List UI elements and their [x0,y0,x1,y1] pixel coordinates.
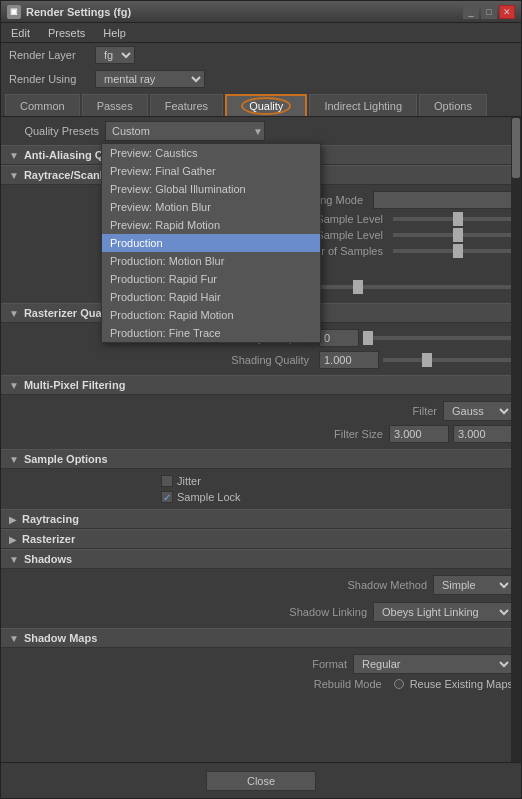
tab-options[interactable]: Options [419,94,487,116]
shading-slider[interactable] [383,358,513,362]
dropdown-item-3[interactable]: Preview: Motion Blur [102,198,320,216]
title-bar: ▣ Render Settings (fg) _ □ ✕ [1,1,521,23]
dropdown-item-0[interactable]: Preview: Caustics [102,144,320,162]
shadow-method-label: Shadow Method [17,579,433,591]
sample-lock-label: Sample Lock [177,491,241,503]
filter-row: Filter Gauss [1,399,521,423]
rebuild-radio[interactable] [394,679,404,689]
menu-help[interactable]: Help [99,26,130,40]
preset-dropdown-overlay: Preview: Caustics Preview: Final Gather … [101,143,321,343]
contrast-slider[interactable] [313,285,513,289]
rasterizer-quality-arrow: ▼ [9,308,19,319]
filter-size-y[interactable] [453,425,513,443]
shadow-linking-label: Shadow Linking [17,606,373,618]
dropdown-item-9[interactable]: Production: Rapid Motion [102,306,320,324]
sample-options-content: Jitter ✓ Sample Lock [1,469,521,509]
render-using-select[interactable]: mental ray [95,70,205,88]
tab-quality[interactable]: Quality [225,94,307,116]
render-layer-label: Render Layer [9,49,89,61]
window-title: Render Settings (fg) [26,6,131,18]
scrollbar-thumb[interactable] [512,118,520,178]
bottom-bar: Close [1,762,521,798]
num-samples-slider[interactable] [393,249,513,253]
shadow-method-select[interactable]: Simple [433,575,513,595]
filter-size-x[interactable] [389,425,449,443]
shadow-linking-row: Shadow Linking Obeys Light Linking [1,600,521,624]
shadows-header[interactable]: ▼ Shadows [1,549,521,569]
jitter-checkbox[interactable] [161,475,173,487]
filter-size-row: Filter Size [1,423,521,445]
preset-label: Quality Presets [9,125,99,137]
menu-presets[interactable]: Presets [44,26,89,40]
render-layer-select[interactable]: fg [95,46,135,64]
main-content: Quality Presets Custom ▼ Preview: Causti… [1,117,521,762]
filter-label: Filter [17,405,443,417]
maximize-button[interactable]: □ [481,5,497,19]
tab-indirect-lighting[interactable]: Indirect Lighting [309,94,417,116]
sample-lock-row: ✓ Sample Lock [1,489,521,505]
shadow-maps-title: Shadow Maps [24,632,97,644]
filter-size-label: Filter Size [17,428,389,440]
preset-select[interactable]: Custom [105,121,265,141]
shadow-method-row: Shadow Method Simple [1,573,521,597]
render-using-row: Render Using mental ray [1,67,521,91]
tabs-row: Common Passes Features Quality Indirect … [1,91,521,117]
jitter-label: Jitter [177,475,201,487]
rasterizer2-header[interactable]: ▶ Rasterizer [1,529,521,549]
preset-row: Quality Presets Custom ▼ Preview: Causti… [1,117,521,145]
multi-pixel-header[interactable]: ▼ Multi-Pixel Filtering [1,375,521,395]
min-sample-slider[interactable] [393,217,513,221]
dropdown-item-5[interactable]: Production [102,234,320,252]
close-window-button[interactable]: ✕ [499,5,515,19]
rebuild-value: Reuse Existing Maps [410,678,513,690]
dropdown-item-7[interactable]: Production: Rapid Fur [102,270,320,288]
render-settings-window: ▣ Render Settings (fg) _ □ ✕ Edit Preset… [0,0,522,799]
rebuild-label: Rebuild Mode [17,678,388,690]
tab-features[interactable]: Features [150,94,223,116]
raytracing-title: Raytracing [22,513,79,525]
visibility-input[interactable] [319,329,359,347]
shading-label: Shading Quality [17,354,315,366]
dropdown-item-8[interactable]: Production: Rapid Hair [102,288,320,306]
visibility-slider[interactable] [363,336,513,340]
shading-input[interactable] [319,351,379,369]
multi-pixel-arrow: ▼ [9,380,19,391]
rebuild-row: Rebuild Mode Reuse Existing Maps [1,676,521,692]
sample-options-title: Sample Options [24,453,108,465]
close-button[interactable]: Close [206,771,316,791]
title-buttons: _ □ ✕ [463,5,515,19]
sampling-mode-input[interactable] [373,191,513,209]
render-layer-row: Render Layer fg [1,43,521,67]
shadows-title: Shadows [24,553,72,565]
sample-options-header[interactable]: ▼ Sample Options [1,449,521,469]
menu-bar: Edit Presets Help [1,23,521,43]
shadow-linking-select[interactable]: Obeys Light Linking [373,602,513,622]
shadows-content: Shadow Method Simple Shadow Linking Obey… [1,569,521,628]
multi-pixel-content: Filter Gauss Filter Size [1,395,521,449]
raytracing-header[interactable]: ▶ Raytracing [1,509,521,529]
shadows-arrow: ▼ [9,554,19,565]
title-bar-left: ▣ Render Settings (fg) [7,5,131,19]
sample-lock-checkbox[interactable]: ✓ [161,491,173,503]
rasterizer2-title: Rasterizer [22,533,75,545]
main-area: Quality Presets Custom ▼ Preview: Causti… [1,117,521,762]
window-icon: ▣ [7,5,21,19]
dropdown-item-6[interactable]: Production: Motion Blur [102,252,320,270]
shadow-maps-header[interactable]: ▼ Shadow Maps [1,628,521,648]
tab-passes[interactable]: Passes [82,94,148,116]
render-using-label: Render Using [9,73,89,85]
format-select[interactable]: Regular [353,654,513,674]
scrollbar[interactable] [511,117,521,762]
max-sample-slider[interactable] [393,233,513,237]
dropdown-item-4[interactable]: Preview: Rapid Motion [102,216,320,234]
tab-common[interactable]: Common [5,94,80,116]
dropdown-item-2[interactable]: Preview: Global Illumination [102,180,320,198]
minimize-button[interactable]: _ [463,5,479,19]
filter-select[interactable]: Gauss [443,401,513,421]
raytracing-arrow: ▶ [9,514,17,525]
dropdown-item-10[interactable]: Production: Fine Trace [102,324,320,342]
dropdown-item-1[interactable]: Preview: Final Gather [102,162,320,180]
format-row: Format Regular [1,652,521,676]
max-sample-slider-wrap [393,233,513,237]
menu-edit[interactable]: Edit [7,26,34,40]
